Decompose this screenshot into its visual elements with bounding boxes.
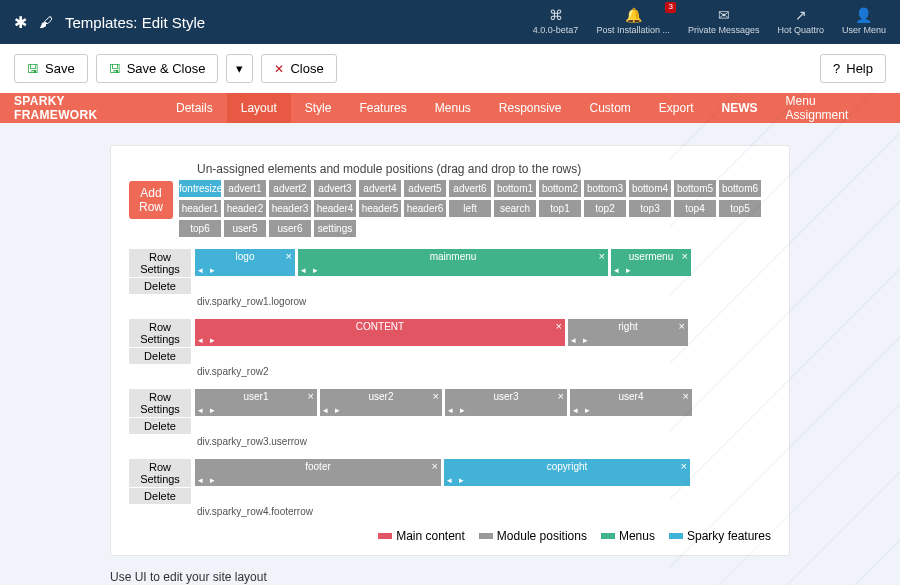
cell-resize-icon[interactable]: ◂ ▸: [571, 335, 590, 345]
chip-header3[interactable]: header3: [269, 200, 311, 217]
chip-user6[interactable]: user6: [269, 220, 311, 237]
help-button[interactable]: ?Help: [820, 54, 886, 83]
chip-advert6[interactable]: advert6: [449, 180, 491, 197]
cell-close-icon[interactable]: ×: [599, 250, 605, 262]
tab-export[interactable]: Export: [645, 93, 708, 123]
save-button[interactable]: 🖫Save: [14, 54, 88, 83]
row-path: div.sparky_row2: [197, 366, 771, 377]
cell-resize-icon[interactable]: ◂ ▸: [198, 335, 217, 345]
legend-label: Sparky features: [687, 529, 771, 543]
cell-resize-icon[interactable]: ◂ ▸: [198, 405, 217, 415]
chip-fontresize[interactable]: fontresize: [179, 180, 221, 197]
save-close-button[interactable]: 🖫Save & Close: [96, 54, 219, 83]
cell-right[interactable]: right×◂ ▸: [568, 319, 688, 346]
topbar-item[interactable]: ✉Private Messages: [688, 8, 760, 35]
cell-close-icon[interactable]: ×: [433, 390, 439, 402]
topbar-item[interactable]: 👤User Menu: [842, 8, 886, 35]
chip-bottom5[interactable]: bottom5: [674, 180, 716, 197]
cell-copyright[interactable]: copyright×◂ ▸: [444, 459, 690, 486]
chip-advert4[interactable]: advert4: [359, 180, 401, 197]
row-settings-button[interactable]: Row Settings: [129, 249, 191, 277]
tab-news[interactable]: NEWS: [708, 93, 772, 123]
cell-close-icon[interactable]: ×: [308, 390, 314, 402]
topbar-item-icon: ⌘: [533, 8, 579, 23]
chip-user5[interactable]: user5: [224, 220, 266, 237]
cell-close-icon[interactable]: ×: [679, 320, 685, 332]
cell-label: user2: [368, 391, 393, 402]
chip-advert1[interactable]: advert1: [224, 180, 266, 197]
cell-close-icon[interactable]: ×: [556, 320, 562, 332]
row-delete-button[interactable]: Delete: [129, 278, 191, 294]
cell-close-icon[interactable]: ×: [682, 250, 688, 262]
cell-close-icon[interactable]: ×: [286, 250, 292, 262]
tab-layout[interactable]: Layout: [227, 93, 291, 123]
close-button[interactable]: ✕Close: [261, 54, 336, 83]
cell-content[interactable]: CONTENT×◂ ▸: [195, 319, 565, 346]
chip-header5[interactable]: header5: [359, 200, 401, 217]
cell-resize-icon[interactable]: ◂ ▸: [301, 265, 320, 275]
chip-header2[interactable]: header2: [224, 200, 266, 217]
chip-top4[interactable]: top4: [674, 200, 716, 217]
topbar-item[interactable]: ↗Hot Quattro: [777, 8, 824, 35]
chip-top5[interactable]: top5: [719, 200, 761, 217]
tab-custom[interactable]: Custom: [576, 93, 645, 123]
cell-resize-icon[interactable]: ◂ ▸: [448, 405, 467, 415]
chip-top1[interactable]: top1: [539, 200, 581, 217]
chip-top6[interactable]: top6: [179, 220, 221, 237]
chip-bottom6[interactable]: bottom6: [719, 180, 761, 197]
cell-user4[interactable]: user4×◂ ▸: [570, 389, 692, 416]
row-delete-button[interactable]: Delete: [129, 418, 191, 434]
legend-label: Module positions: [497, 529, 587, 543]
save-dropdown[interactable]: ▾: [226, 54, 253, 83]
layout-panel: Un-assigned elements and module position…: [110, 145, 790, 556]
chip-left[interactable]: left: [449, 200, 491, 217]
cell-resize-icon[interactable]: ◂ ▸: [323, 405, 342, 415]
tab-menus[interactable]: Menus: [421, 93, 485, 123]
tab-features[interactable]: Features: [345, 93, 420, 123]
cell-close-icon[interactable]: ×: [432, 460, 438, 472]
cell-mainmenu[interactable]: mainmenu×◂ ▸: [298, 249, 608, 276]
topbar-item[interactable]: 🔔Post Installation ...3: [596, 8, 670, 35]
cell-resize-icon[interactable]: ◂ ▸: [614, 265, 633, 275]
row-delete-button[interactable]: Delete: [129, 348, 191, 364]
chip-advert5[interactable]: advert5: [404, 180, 446, 197]
tab-menu-assignment[interactable]: Menu Assignment: [772, 93, 886, 123]
tab-details[interactable]: Details: [162, 93, 227, 123]
chip-header6[interactable]: header6: [404, 200, 446, 217]
row-delete-button[interactable]: Delete: [129, 488, 191, 504]
joomla-icon: ✱: [14, 13, 27, 32]
cell-user3[interactable]: user3×◂ ▸: [445, 389, 567, 416]
cell-user2[interactable]: user2×◂ ▸: [320, 389, 442, 416]
chip-bottom1[interactable]: bottom1: [494, 180, 536, 197]
chip-search[interactable]: search: [494, 200, 536, 217]
cell-resize-icon[interactable]: ◂ ▸: [447, 475, 466, 485]
cell-resize-icon[interactable]: ◂ ▸: [198, 475, 217, 485]
chip-advert2[interactable]: advert2: [269, 180, 311, 197]
row-settings-button[interactable]: Row Settings: [129, 319, 191, 347]
row-settings-button[interactable]: Row Settings: [129, 389, 191, 417]
chip-top2[interactable]: top2: [584, 200, 626, 217]
cell-close-icon[interactable]: ×: [558, 390, 564, 402]
tab-style[interactable]: Style: [291, 93, 346, 123]
cell-resize-icon[interactable]: ◂ ▸: [573, 405, 592, 415]
chip-bottom2[interactable]: bottom2: [539, 180, 581, 197]
cell-close-icon[interactable]: ×: [683, 390, 689, 402]
row-settings-button[interactable]: Row Settings: [129, 459, 191, 487]
add-row-button[interactable]: Add Row: [129, 181, 173, 219]
cell-resize-icon[interactable]: ◂ ▸: [198, 265, 217, 275]
chip-header4[interactable]: header4: [314, 200, 356, 217]
legend-item: Sparky features: [669, 529, 771, 543]
cell-logo[interactable]: logo×◂ ▸: [195, 249, 295, 276]
cell-footer[interactable]: footer×◂ ▸: [195, 459, 441, 486]
chip-settings[interactable]: settings: [314, 220, 356, 237]
cell-usermenu[interactable]: usermenu×◂ ▸: [611, 249, 691, 276]
chip-bottom4[interactable]: bottom4: [629, 180, 671, 197]
chip-bottom3[interactable]: bottom3: [584, 180, 626, 197]
topbar-item[interactable]: ⌘4.0.0-beta7: [533, 8, 579, 35]
chip-header1[interactable]: header1: [179, 200, 221, 217]
chip-advert3[interactable]: advert3: [314, 180, 356, 197]
cell-close-icon[interactable]: ×: [681, 460, 687, 472]
chip-top3[interactable]: top3: [629, 200, 671, 217]
tab-responsive[interactable]: Responsive: [485, 93, 576, 123]
cell-user1[interactable]: user1×◂ ▸: [195, 389, 317, 416]
